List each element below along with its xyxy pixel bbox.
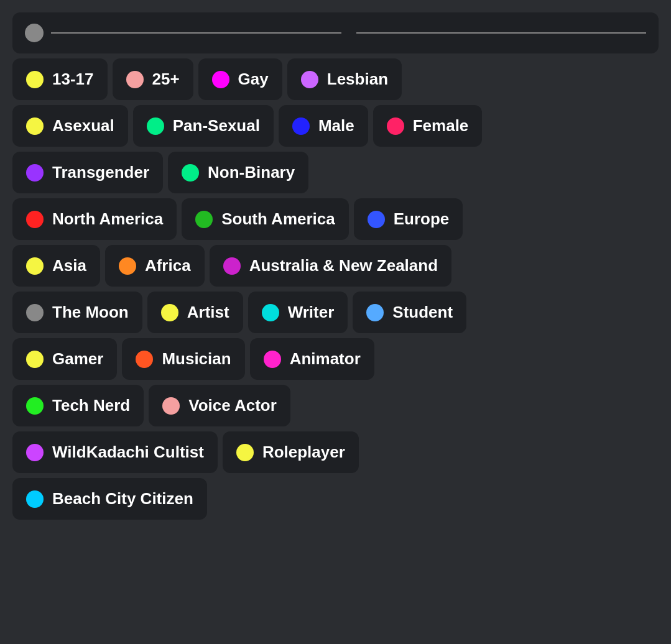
tag-item[interactable]: Australia & New Zealand <box>210 245 451 287</box>
tag-item[interactable]: Asexual <box>12 105 128 147</box>
tag-item[interactable]: Female <box>373 105 483 147</box>
header-line-right <box>356 32 647 34</box>
tag-label: Male <box>318 116 354 136</box>
tag-dot <box>26 397 44 415</box>
tag-item[interactable]: Pan-Sexual <box>133 105 274 147</box>
tag-dot <box>292 117 310 135</box>
tag-label: Animator <box>290 349 361 369</box>
tag-item[interactable]: Student <box>353 292 466 333</box>
tag-row-4: AsiaAfricaAustralia & New Zealand <box>12 245 659 287</box>
tag-label: WildKadachi Cultist <box>52 443 204 462</box>
tag-item[interactable]: Roleplayer <box>223 431 359 473</box>
tag-item[interactable]: Musician <box>122 338 244 380</box>
header-row <box>12 12 659 53</box>
tag-item[interactable]: South America <box>182 198 349 240</box>
tag-label: North America <box>52 209 163 229</box>
tag-row-0: 13-1725+GayLesbian <box>12 58 659 100</box>
tag-dot <box>212 71 229 88</box>
tag-dot <box>26 257 44 275</box>
tag-item[interactable]: Gay <box>198 58 282 100</box>
tag-item[interactable]: Lesbian <box>287 58 402 100</box>
tag-dot <box>387 117 404 135</box>
tag-item[interactable]: Africa <box>105 245 205 287</box>
tag-label: Asexual <box>52 116 114 136</box>
tag-label: Writer <box>288 303 335 322</box>
tag-row-1: AsexualPan-SexualMaleFemale <box>12 105 659 147</box>
tag-dot <box>26 304 44 321</box>
tag-dot <box>223 257 241 275</box>
tag-dot <box>301 71 318 88</box>
tag-row-7: Tech NerdVoice Actor <box>12 385 659 426</box>
tag-dot <box>262 304 279 321</box>
tag-item[interactable]: Asia <box>12 245 100 287</box>
tag-dot <box>366 304 384 321</box>
tag-dot <box>126 71 144 88</box>
tag-label: Musician <box>162 349 231 369</box>
tag-label: Artist <box>187 303 229 322</box>
tag-dot <box>236 444 254 461</box>
tag-label: 13-17 <box>52 70 94 89</box>
tag-row-5: The MoonArtistWriterStudent <box>12 292 659 333</box>
tag-label: The Moon <box>52 303 129 322</box>
tag-item[interactable]: 25+ <box>113 58 193 100</box>
tag-label: Lesbian <box>327 70 388 89</box>
tag-item[interactable]: Transgender <box>12 152 163 193</box>
tag-label: Tech Nerd <box>52 396 130 415</box>
tag-dot <box>147 117 164 135</box>
tag-item[interactable]: Writer <box>248 292 348 333</box>
tag-item[interactable]: Animator <box>250 338 374 380</box>
tag-label: Pan-Sexual <box>173 116 260 136</box>
tag-row-3: North AmericaSouth AmericaEurope <box>12 198 659 240</box>
tag-dot <box>195 211 213 228</box>
tag-dot <box>26 164 44 182</box>
tag-label: Voice Actor <box>188 396 277 415</box>
tag-item[interactable]: Artist <box>147 292 243 333</box>
tag-dot <box>368 211 385 228</box>
tag-label: Asia <box>52 256 86 275</box>
tag-item[interactable]: Voice Actor <box>149 385 290 426</box>
tag-label: Student <box>392 303 453 322</box>
tag-label: Female <box>413 116 469 136</box>
main-container: 13-1725+GayLesbianAsexualPan-SexualMaleF… <box>6 6 665 526</box>
tag-dot <box>26 211 44 228</box>
tag-dot <box>119 257 136 275</box>
tag-row-2: TransgenderNon-Binary <box>12 152 659 193</box>
tag-item[interactable]: The Moon <box>12 292 142 333</box>
tag-label: South America <box>221 209 335 229</box>
tag-item[interactable]: Beach City Citizen <box>12 478 207 520</box>
tag-label: Transgender <box>52 163 149 182</box>
tag-row-9: Beach City Citizen <box>12 478 659 520</box>
tag-item[interactable]: Tech Nerd <box>12 385 144 426</box>
tag-label: Gamer <box>52 349 103 369</box>
tag-row-6: GamerMusicianAnimator <box>12 338 659 380</box>
tag-dot <box>26 351 44 368</box>
tag-label: Non-Binary <box>208 163 295 182</box>
tag-dot <box>26 444 44 461</box>
tag-label: 25+ <box>152 70 180 89</box>
tag-dot <box>264 351 281 368</box>
tag-label: Africa <box>145 256 191 275</box>
tag-item[interactable]: Male <box>279 105 368 147</box>
tag-dot <box>26 117 44 135</box>
tag-item[interactable]: Gamer <box>12 338 117 380</box>
tag-label: Europe <box>394 209 450 229</box>
header-dot <box>25 24 44 42</box>
tag-item[interactable]: 13-17 <box>12 58 108 100</box>
tag-item[interactable]: Europe <box>354 198 463 240</box>
tag-dot <box>182 164 199 182</box>
tag-dot <box>161 304 178 321</box>
tag-label: Roleplayer <box>262 443 345 462</box>
tag-item[interactable]: Non-Binary <box>168 152 308 193</box>
tag-item[interactable]: WildKadachi Cultist <box>12 431 218 473</box>
tag-row-8: WildKadachi CultistRoleplayer <box>12 431 659 473</box>
tag-item[interactable]: North America <box>12 198 177 240</box>
tag-dot <box>26 490 44 508</box>
tag-label: Australia & New Zealand <box>249 256 438 275</box>
tag-label: Gay <box>238 70 269 89</box>
tag-label: Beach City Citizen <box>52 489 193 508</box>
tag-dot <box>162 397 180 415</box>
tag-dot <box>136 351 153 368</box>
tag-dot <box>26 71 44 88</box>
header-line-left <box>51 32 341 34</box>
